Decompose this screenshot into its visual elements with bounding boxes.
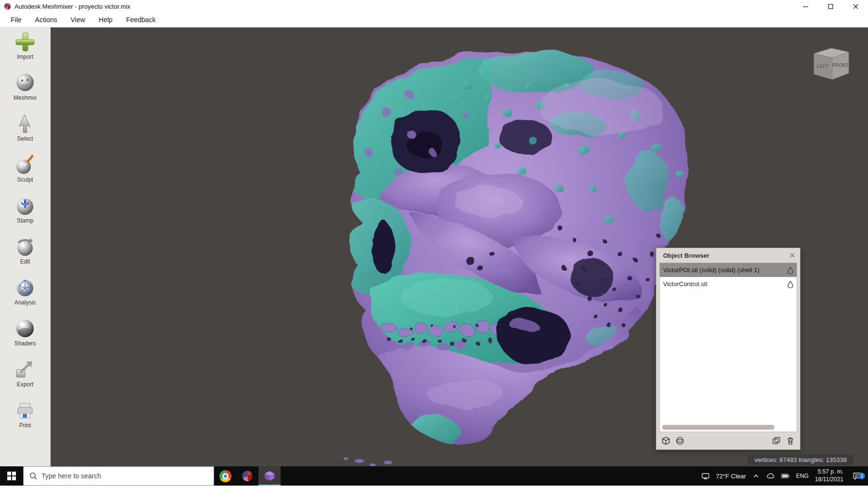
horizontal-scrollbar[interactable]: [662, 425, 774, 430]
meshmixer-window: Autodesk Meshmixer - proyecto victor.mix…: [0, 0, 868, 488]
notification-badge: 3: [858, 473, 865, 479]
object-row-label: VictorPOI.stl (solid) (solid) (shell 1): [663, 266, 760, 274]
tray-device-button[interactable]: [701, 472, 710, 480]
chrome-icon: [219, 470, 231, 482]
time-text: 5:57 p. m.: [818, 468, 843, 476]
tool-sculpt-label: Sculpt: [17, 176, 33, 183]
start-button[interactable]: [0, 466, 23, 486]
weather-status[interactable]: 72°F Clear: [716, 473, 746, 480]
tool-meshmix[interactable]: Meshmix: [0, 72, 50, 105]
taskbar-search[interactable]: [23, 466, 214, 486]
print-icon: [14, 400, 36, 421]
search-icon: [29, 472, 37, 480]
viewcube-front-label[interactable]: FRONT: [832, 63, 849, 68]
object-browser-panel: Object Browser VictorPOI.stl (solid) (so…: [656, 248, 800, 450]
close-icon: [789, 252, 795, 258]
maximize-button[interactable]: [818, 0, 843, 13]
tool-import[interactable]: Import: [0, 31, 50, 64]
menu-feedback[interactable]: Feedback: [119, 13, 162, 27]
minimize-button[interactable]: [793, 0, 818, 13]
show-pivot-button[interactable]: [675, 436, 685, 446]
object-row-victorcontrol[interactable]: VictorControl.stl: [660, 277, 797, 291]
language-indicator[interactable]: ENG: [796, 473, 809, 479]
tool-meshmix-label: Meshmix: [14, 94, 37, 101]
meshmixer-logo-icon: [4, 3, 11, 10]
titlebar: Autodesk Meshmixer - proyecto victor.mix: [0, 0, 868, 13]
sculpt-icon: [14, 154, 36, 175]
tool-select-label: Select: [17, 135, 33, 142]
object-row-victorpoi[interactable]: VictorPOI.stl (solid) (solid) (shell 1): [660, 263, 797, 277]
taskbar-app-chrome[interactable]: [214, 466, 236, 486]
duplicate-icon: [772, 436, 781, 446]
viewport-3d[interactable]: LEFT FRONT Object Browser VictorPOI.stl …: [51, 27, 868, 466]
search-input[interactable]: [41, 472, 186, 480]
tool-export-label: Export: [17, 381, 34, 388]
tool-analysis[interactable]: Analysis: [0, 277, 50, 310]
mesh-stats-readout: vertices: 67483 triangles: 135338: [747, 454, 854, 465]
chevron-up-icon: [752, 473, 760, 479]
onedrive-tray-button[interactable]: [766, 473, 775, 479]
tool-analysis-label: Analysis: [14, 299, 36, 306]
menu-help[interactable]: Help: [92, 13, 120, 27]
mesh-stats-text: vertices: 67483 triangles: 135338: [754, 456, 847, 463]
tray-overflow-button[interactable]: [752, 473, 760, 479]
shader-drop-icon[interactable]: [787, 280, 794, 288]
clock[interactable]: 5:57 p. m. 18/11/2021: [815, 468, 843, 483]
menu-bar: File Actions View Help Feedback: [0, 13, 868, 27]
object-list: VictorPOI.stl (solid) (solid) (shell 1) …: [659, 263, 797, 432]
windows-logo-icon: [7, 472, 16, 480]
stamp-icon: [14, 195, 36, 216]
sphere-pivot-icon: [675, 436, 685, 446]
screen-edge: [0, 486, 868, 488]
menu-view[interactable]: View: [64, 13, 92, 27]
tool-sculpt[interactable]: Sculpt: [0, 154, 50, 187]
object-row-label: VictorControl.stl: [663, 280, 707, 288]
tool-edit[interactable]: Edit: [0, 236, 50, 269]
monitor-icon: [701, 472, 710, 480]
select-icon: [14, 113, 36, 134]
close-icon: [853, 4, 858, 9]
delete-object-button[interactable]: [786, 436, 795, 446]
left-toolbar: Import Meshmix Select: [0, 27, 51, 466]
taskbar-app-meshmixer-launcher[interactable]: [236, 466, 258, 486]
menu-actions[interactable]: Actions: [28, 13, 64, 27]
battery-tray-button[interactable]: [781, 473, 790, 479]
import-icon: [14, 31, 36, 53]
tool-import-label: Import: [17, 53, 33, 60]
windows-taskbar: 72°F Clear ENG 5:57 p. m.: [0, 466, 868, 486]
menu-feedback-label: Feedback: [126, 16, 155, 24]
tool-export[interactable]: Export: [0, 359, 50, 392]
view-cube[interactable]: LEFT FRONT: [808, 44, 853, 82]
tool-select[interactable]: Select: [0, 113, 50, 146]
menu-view-label: View: [70, 16, 85, 24]
close-button[interactable]: [843, 0, 868, 13]
tool-shaders-label: Shaders: [14, 340, 36, 347]
edit-icon: [14, 236, 36, 257]
taskbar-app-meshmixer-running[interactable]: [258, 466, 281, 486]
analysis-icon: [14, 277, 36, 298]
tool-stamp-label: Stamp: [17, 217, 34, 224]
menu-file[interactable]: File: [4, 13, 28, 27]
duplicate-object-button[interactable]: [772, 436, 781, 446]
tool-shaders[interactable]: Shaders: [0, 318, 50, 351]
window-title: Autodesk Meshmixer - proyecto victor.mix: [14, 3, 131, 10]
tool-print-label: Print: [19, 422, 31, 429]
show-mesh-button[interactable]: [661, 436, 671, 446]
meshmix-icon: [14, 72, 36, 93]
object-browser-title: Object Browser: [663, 252, 709, 259]
date-text: 18/11/2021: [815, 476, 843, 484]
shaders-icon: [14, 318, 36, 339]
trash-icon: [786, 436, 795, 446]
tool-print[interactable]: Print: [0, 400, 50, 433]
object-browser-footer: [656, 432, 800, 449]
shader-drop-icon[interactable]: [787, 266, 794, 274]
model-debris: [343, 457, 393, 466]
battery-icon: [781, 473, 790, 479]
object-browser-close-button[interactable]: [789, 252, 795, 258]
meshmixer-logo-icon: [242, 470, 253, 482]
viewcube-left-label[interactable]: LEFT: [817, 64, 829, 69]
action-center-button[interactable]: 3: [850, 472, 864, 480]
tool-edit-label: Edit: [20, 258, 30, 265]
tool-stamp[interactable]: Stamp: [0, 195, 50, 228]
maximize-icon: [828, 4, 833, 9]
